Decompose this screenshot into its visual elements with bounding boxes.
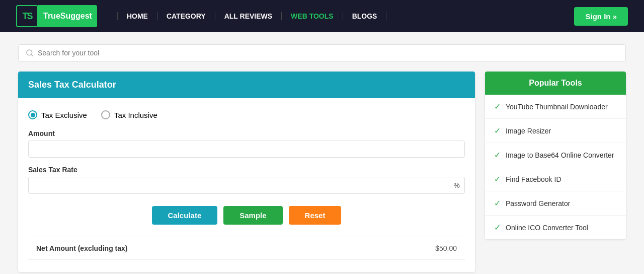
content-row: Sales Tax Calculator Tax Exclusive Tax I… — [18, 72, 626, 272]
radio-inclusive-label: Tax Inclusive — [114, 111, 157, 119]
calculator-body: Tax Exclusive Tax Inclusive Amount Sales… — [18, 98, 475, 272]
navbar-left: TS TrueSuggest HOME CATEGORY ALL REVIEWS… — [16, 5, 386, 27]
logo-brand: TrueSuggest — [38, 5, 97, 27]
tax-rate-input[interactable] — [28, 177, 465, 194]
popular-item-label: Online ICO Converter Tool — [506, 224, 588, 232]
check-icon: ✓ — [494, 198, 501, 208]
main-content: Sales Tax Calculator Tax Exclusive Tax I… — [10, 44, 634, 272]
nav-web-tools[interactable]: WEB TOOLS — [282, 12, 343, 20]
result-table: Net Amount (excluding tax) $50.00 — [28, 237, 465, 260]
popular-tools-card: Popular Tools ✓ YouTube Thumbnail Downlo… — [485, 72, 626, 239]
amount-input[interactable] — [28, 141, 465, 158]
radio-inclusive-circle — [101, 110, 110, 119]
logo-icon: TS — [16, 5, 38, 27]
list-item[interactable]: ✓ Find Facebook ID — [485, 167, 626, 191]
nav-links: HOME CATEGORY ALL REVIEWS WEB TOOLS BLOG… — [117, 12, 387, 20]
calculate-button[interactable]: Calculate — [152, 206, 218, 225]
nav-category[interactable]: CATEGORY — [157, 12, 215, 20]
nav-all-reviews[interactable]: ALL REVIEWS — [215, 12, 282, 20]
side-panel: Popular Tools ✓ YouTube Thumbnail Downlo… — [485, 72, 626, 239]
button-row: Calculate Sample Reset — [28, 206, 465, 225]
check-icon: ✓ — [494, 223, 501, 232]
search-input[interactable] — [38, 49, 618, 57]
svg-line-1 — [31, 54, 33, 56]
popular-item-label: Password Generator — [506, 199, 570, 208]
radio-exclusive-label: Tax Exclusive — [41, 111, 87, 119]
list-item[interactable]: ✓ Image to Base64 Online Converter — [485, 143, 626, 167]
radio-exclusive[interactable]: Tax Exclusive — [28, 110, 87, 119]
amount-label: Amount — [28, 129, 465, 138]
popular-item-label: YouTube Thumbnail Downloader — [506, 103, 608, 111]
list-item[interactable]: ✓ Online ICO Converter Tool — [485, 216, 626, 239]
tax-rate-wrapper: % — [28, 177, 465, 194]
radio-inclusive[interactable]: Tax Inclusive — [101, 110, 157, 119]
list-item[interactable]: ✓ Image Resizer — [485, 119, 626, 143]
popular-item-label: Image to Base64 Online Converter — [506, 151, 614, 159]
list-item[interactable]: ✓ YouTube Thumbnail Downloader — [485, 95, 626, 119]
tax-rate-label: Sales Tax Rate — [28, 166, 465, 174]
tax-type-group: Tax Exclusive Tax Inclusive — [28, 110, 465, 119]
check-icon: ✓ — [494, 102, 501, 111]
check-icon: ✓ — [494, 126, 501, 135]
logo[interactable]: TS TrueSuggest — [16, 5, 97, 27]
check-icon: ✓ — [494, 150, 501, 160]
check-icon: ✓ — [494, 174, 501, 184]
calculator-card: Sales Tax Calculator Tax Exclusive Tax I… — [18, 72, 475, 272]
popular-item-label: Find Facebook ID — [506, 175, 561, 183]
result-label: Net Amount (excluding tax) — [36, 244, 128, 252]
search-icon — [26, 49, 34, 57]
nav-blogs[interactable]: BLOGS — [343, 12, 387, 20]
result-value: $50.00 — [435, 244, 457, 252]
reset-button[interactable]: Reset — [289, 206, 342, 225]
list-item[interactable]: ✓ Password Generator — [485, 191, 626, 216]
tax-rate-suffix: % — [454, 181, 460, 189]
sample-button[interactable]: Sample — [223, 206, 282, 225]
nav-home[interactable]: HOME — [117, 12, 157, 20]
radio-exclusive-circle — [28, 110, 37, 119]
popular-tools-header: Popular Tools — [485, 72, 626, 95]
search-bar — [18, 44, 626, 61]
result-row: Net Amount (excluding tax) $50.00 — [28, 237, 465, 260]
popular-item-label: Image Resizer — [506, 127, 551, 135]
navbar: TS TrueSuggest HOME CATEGORY ALL REVIEWS… — [0, 0, 644, 32]
popular-tools-list: ✓ YouTube Thumbnail Downloader ✓ Image R… — [485, 95, 626, 239]
sign-in-button[interactable]: Sign In » — [574, 7, 628, 26]
main-panel: Sales Tax Calculator Tax Exclusive Tax I… — [18, 72, 475, 272]
calculator-header: Sales Tax Calculator — [18, 72, 475, 98]
